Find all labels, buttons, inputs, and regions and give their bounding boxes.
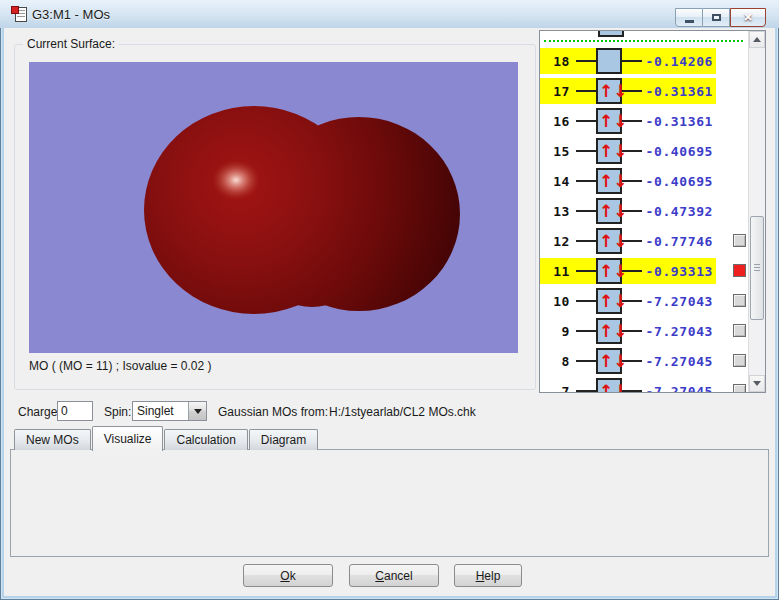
mo-number: 10 <box>546 294 570 309</box>
mo-row-band: 17↑↓-0.31361 <box>540 78 716 104</box>
mo-row[interactable]: 18-0.14206 <box>540 46 749 76</box>
mo-row[interactable]: 15↑↓-0.40695 <box>540 136 749 166</box>
spin-label: Spin: <box>104 405 131 419</box>
ok-button[interactable]: Ok <box>243 564 333 587</box>
mo-surface-checkbox[interactable] <box>733 324 746 337</box>
mo-row-band: 16↑↓-0.31361 <box>540 108 716 134</box>
mo-list-scrollbar[interactable] <box>748 31 765 392</box>
mo-row[interactable]: 8↑↓-7.27045 <box>540 346 749 376</box>
scrollbar-grip-icon <box>754 264 760 272</box>
mo-energy-value: -0.40695 <box>642 144 716 159</box>
orbital-box: ↑↓ <box>596 108 622 134</box>
mo-energy-value: -0.31361 <box>642 114 716 129</box>
mo-number: 8 <box>546 354 570 369</box>
mo-row[interactable]: 11↑↓-0.93313 <box>540 256 749 286</box>
charge-label: Charge: <box>18 405 61 419</box>
mo-surface-checkbox[interactable] <box>733 264 746 277</box>
mo-row[interactable]: 9↑↓-7.27043 <box>540 316 749 346</box>
minimize-button[interactable] <box>675 8 703 27</box>
charge-input[interactable] <box>57 401 93 421</box>
close-icon: ✕ <box>743 12 752 23</box>
help-button[interactable]: Help <box>454 564 522 587</box>
mo-number: 9 <box>546 324 570 339</box>
mo-number: 17 <box>546 84 570 99</box>
energy-level-line <box>576 270 596 272</box>
scroll-down-button[interactable] <box>749 375 765 392</box>
mo-surface-checkbox[interactable] <box>733 354 746 367</box>
tab-strip: New MOs Visualize Calculation Diagram <box>14 425 319 450</box>
tab-visualize[interactable]: Visualize <box>92 426 164 451</box>
mo-row[interactable]: 16↑↓-0.31361 <box>540 106 749 136</box>
scroll-down-icon <box>753 381 761 386</box>
mo-energy-value: -7.27045 <box>642 384 716 393</box>
mo-row-band: 9↑↓-7.27043 <box>540 318 716 344</box>
mo-number: 13 <box>546 204 570 219</box>
energy-level-line <box>622 90 642 92</box>
up-electron-arrow-icon: ↑ <box>599 173 613 190</box>
mo-energy-value: -7.27045 <box>642 354 716 369</box>
orbital-box: ↑↓ <box>596 378 622 392</box>
mo-surface-checkbox[interactable] <box>733 294 746 307</box>
mo-row[interactable]: 10↑↓-7.27043 <box>540 286 749 316</box>
maximize-button[interactable] <box>703 8 730 27</box>
mo-surface-checkbox[interactable] <box>733 384 746 392</box>
mo-row-band: 13↑↓-0.47392 <box>540 198 716 224</box>
mo-partial-box <box>598 31 624 37</box>
energy-level-line <box>576 60 596 62</box>
up-electron-arrow-icon: ↑ <box>599 233 613 250</box>
mo-energy-value: -7.27043 <box>642 294 716 309</box>
title-bar[interactable]: G3:M1 - MOs ✕ <box>0 0 779 28</box>
mo-energy-value: -0.77746 <box>642 234 716 249</box>
orbital-box <box>596 48 622 74</box>
mo-row[interactable]: 13↑↓-0.47392 <box>540 196 749 226</box>
surface-caption: MO ( (MO = 11) ; Isovalue = 0.02 ) <box>29 359 212 373</box>
mo-row-band: 14↑↓-0.40695 <box>540 168 716 194</box>
mo-rows: 18-0.1420617↑↓-0.3136116↑↓-0.3136115↑↓-0… <box>540 46 749 392</box>
mo-number: 7 <box>546 384 570 393</box>
scrollbar-thumb[interactable] <box>750 216 764 320</box>
mo-surface-checkbox[interactable] <box>733 234 746 247</box>
mo-list-content: 18-0.1420617↑↓-0.3136116↑↓-0.3136115↑↓-0… <box>540 31 749 392</box>
mo-row-band: 15↑↓-0.40695 <box>540 138 716 164</box>
chevron-down-icon <box>194 409 202 414</box>
mo-energy-value: -7.27043 <box>642 324 716 339</box>
mo-row-band: 18-0.14206 <box>540 48 716 74</box>
scroll-up-button[interactable] <box>749 31 765 48</box>
energy-level-line <box>622 180 642 182</box>
energy-level-line <box>622 120 642 122</box>
tab-new-mos[interactable]: New MOs <box>14 429 91 450</box>
mo-energy-value: -0.14206 <box>642 54 716 69</box>
mo-number: 12 <box>546 234 570 249</box>
mo-number: 16 <box>546 114 570 129</box>
tab-diagram[interactable]: Diagram <box>249 429 318 450</box>
mo-row[interactable]: 7↑↓-7.27045 <box>540 376 749 392</box>
energy-level-line <box>576 240 596 242</box>
up-electron-arrow-icon: ↑ <box>599 113 613 130</box>
mo-row[interactable]: 14↑↓-0.40695 <box>540 166 749 196</box>
orbital-box: ↑↓ <box>596 228 622 254</box>
mo-number: 11 <box>546 264 570 279</box>
spin-dropdown-button[interactable] <box>188 402 206 420</box>
source-path: H:/1styearlab/CL2 MOs.chk <box>329 405 476 419</box>
energy-level-line <box>576 390 596 392</box>
mo-energy-value: -0.40695 <box>642 174 716 189</box>
surface-3d-viewport[interactable] <box>29 62 518 353</box>
up-electron-arrow-icon: ↑ <box>599 353 613 370</box>
orbital-box: ↑↓ <box>596 348 622 374</box>
spin-select[interactable]: Singlet <box>132 401 207 421</box>
mo-row[interactable]: 12↑↓-0.77746 <box>540 226 749 256</box>
mo-number: 14 <box>546 174 570 189</box>
mo-row-band: 11↑↓-0.93313 <box>540 258 716 284</box>
mo-row-band: 8↑↓-7.27045 <box>540 348 716 374</box>
cancel-button[interactable]: Cancel <box>349 564 439 587</box>
mo-row-band: 7↑↓-7.27045 <box>540 378 716 392</box>
energy-level-line <box>576 180 596 182</box>
caption-buttons: ✕ <box>675 8 766 27</box>
close-button[interactable]: ✕ <box>730 8 766 27</box>
energy-level-line <box>622 150 642 152</box>
up-electron-arrow-icon: ↑ <box>599 83 613 100</box>
tab-calculation[interactable]: Calculation <box>164 429 247 450</box>
mo-row[interactable]: 17↑↓-0.31361 <box>540 76 749 106</box>
orbital-box: ↑↓ <box>596 78 622 104</box>
energy-level-line <box>622 360 642 362</box>
